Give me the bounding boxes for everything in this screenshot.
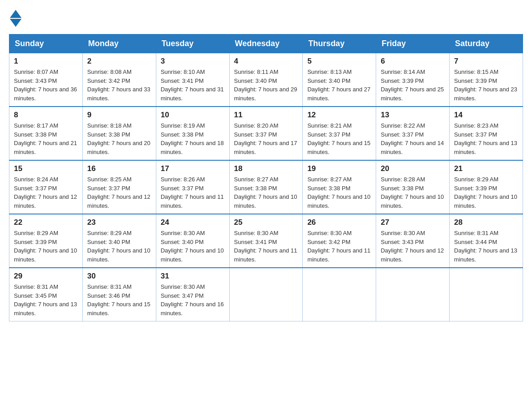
day-info: Sunrise: 8:23 AMSunset: 3:37 PMDaylight:… — [454, 122, 517, 155]
calendar-cell — [450, 268, 523, 321]
day-number: 30 — [87, 272, 151, 281]
day-info: Sunrise: 8:15 AMSunset: 3:39 PMDaylight:… — [454, 68, 517, 102]
calendar-cell: 17 Sunrise: 8:26 AMSunset: 3:37 PMDaylig… — [156, 160, 229, 214]
logo — [9, 9, 21, 27]
calendar-cell: 18 Sunrise: 8:27 AMSunset: 3:38 PMDaylig… — [229, 160, 303, 214]
day-info: Sunrise: 8:30 AMSunset: 3:43 PMDaylight:… — [381, 230, 444, 263]
day-number: 26 — [307, 218, 371, 227]
weekday-header-monday: Monday — [82, 34, 156, 53]
day-number: 29 — [14, 272, 78, 281]
calendar-cell: 2 Sunrise: 8:08 AMSunset: 3:42 PMDayligh… — [82, 53, 156, 107]
calendar-cell: 9 Sunrise: 8:18 AMSunset: 3:38 PMDayligh… — [82, 107, 156, 160]
calendar-cell — [229, 268, 303, 321]
day-number: 7 — [454, 57, 518, 66]
header — [9, 9, 523, 27]
day-info: Sunrise: 8:26 AMSunset: 3:37 PMDaylight:… — [161, 176, 224, 209]
weekday-header-saturday: Saturday — [450, 34, 523, 53]
calendar-cell: 3 Sunrise: 8:10 AMSunset: 3:41 PMDayligh… — [156, 53, 229, 107]
calendar-cell: 6 Sunrise: 8:14 AMSunset: 3:39 PMDayligh… — [376, 53, 450, 107]
day-info: Sunrise: 8:22 AMSunset: 3:37 PMDaylight:… — [381, 122, 444, 155]
calendar-cell: 21 Sunrise: 8:29 AMSunset: 3:39 PMDaylig… — [450, 160, 523, 214]
calendar-cell: 15 Sunrise: 8:24 AMSunset: 3:37 PMDaylig… — [9, 160, 83, 214]
day-info: Sunrise: 8:25 AMSunset: 3:37 PMDaylight:… — [87, 176, 150, 209]
day-number: 31 — [161, 272, 225, 281]
day-number: 1 — [14, 57, 78, 66]
day-info: Sunrise: 8:17 AMSunset: 3:38 PMDaylight:… — [14, 122, 77, 155]
day-info: Sunrise: 8:31 AMSunset: 3:45 PMDaylight:… — [14, 283, 77, 317]
day-info: Sunrise: 8:20 AMSunset: 3:37 PMDaylight:… — [234, 122, 297, 155]
day-info: Sunrise: 8:30 AMSunset: 3:42 PMDaylight:… — [307, 230, 370, 263]
day-number: 10 — [161, 111, 225, 120]
day-number: 20 — [381, 164, 445, 173]
calendar-cell: 7 Sunrise: 8:15 AMSunset: 3:39 PMDayligh… — [450, 53, 523, 107]
day-info: Sunrise: 8:11 AMSunset: 3:40 PMDaylight:… — [234, 68, 297, 102]
day-info: Sunrise: 8:10 AMSunset: 3:41 PMDaylight:… — [161, 68, 224, 102]
day-info: Sunrise: 8:18 AMSunset: 3:38 PMDaylight:… — [87, 122, 150, 155]
weekday-header-row: SundayMondayTuesdayWednesdayThursdayFrid… — [9, 34, 523, 53]
day-info: Sunrise: 8:28 AMSunset: 3:38 PMDaylight:… — [381, 176, 444, 209]
calendar-cell: 10 Sunrise: 8:19 AMSunset: 3:38 PMDaylig… — [156, 107, 229, 160]
day-info: Sunrise: 8:24 AMSunset: 3:37 PMDaylight:… — [14, 176, 77, 209]
day-info: Sunrise: 8:30 AMSunset: 3:40 PMDaylight:… — [161, 230, 224, 263]
day-info: Sunrise: 8:31 AMSunset: 3:46 PMDaylight:… — [87, 283, 150, 317]
day-info: Sunrise: 8:30 AMSunset: 3:41 PMDaylight:… — [234, 230, 297, 263]
calendar-cell: 25 Sunrise: 8:30 AMSunset: 3:41 PMDaylig… — [229, 214, 303, 268]
day-number: 15 — [14, 164, 78, 173]
day-info: Sunrise: 8:29 AMSunset: 3:40 PMDaylight:… — [87, 230, 150, 263]
calendar-cell: 26 Sunrise: 8:30 AMSunset: 3:42 PMDaylig… — [303, 214, 376, 268]
day-number: 24 — [161, 218, 225, 227]
day-info: Sunrise: 8:13 AMSunset: 3:40 PMDaylight:… — [307, 68, 370, 102]
calendar-cell — [303, 268, 376, 321]
day-number: 14 — [454, 111, 518, 120]
day-info: Sunrise: 8:14 AMSunset: 3:39 PMDaylight:… — [381, 68, 444, 102]
day-number: 28 — [454, 218, 518, 227]
week-row-5: 29 Sunrise: 8:31 AMSunset: 3:45 PMDaylig… — [9, 268, 523, 321]
calendar-cell: 30 Sunrise: 8:31 AMSunset: 3:46 PMDaylig… — [82, 268, 156, 321]
weekday-header-tuesday: Tuesday — [156, 34, 229, 53]
calendar-cell: 31 Sunrise: 8:30 AMSunset: 3:47 PMDaylig… — [156, 268, 229, 321]
day-number: 3 — [161, 57, 225, 66]
day-number: 6 — [381, 57, 445, 66]
day-number: 23 — [87, 218, 151, 227]
calendar-cell: 19 Sunrise: 8:27 AMSunset: 3:38 PMDaylig… — [303, 160, 376, 214]
day-info: Sunrise: 8:31 AMSunset: 3:44 PMDaylight:… — [454, 230, 517, 263]
calendar-cell: 24 Sunrise: 8:30 AMSunset: 3:40 PMDaylig… — [156, 214, 229, 268]
calendar-cell: 29 Sunrise: 8:31 AMSunset: 3:45 PMDaylig… — [9, 268, 83, 321]
calendar-cell — [376, 268, 450, 321]
calendar-cell: 28 Sunrise: 8:31 AMSunset: 3:44 PMDaylig… — [450, 214, 523, 268]
day-number: 2 — [87, 57, 151, 66]
calendar-cell: 8 Sunrise: 8:17 AMSunset: 3:38 PMDayligh… — [9, 107, 83, 160]
day-number: 17 — [161, 164, 225, 173]
day-number: 25 — [234, 218, 298, 227]
calendar-cell: 16 Sunrise: 8:25 AMSunset: 3:37 PMDaylig… — [82, 160, 156, 214]
weekday-header-sunday: Sunday — [9, 34, 83, 53]
calendar-cell: 11 Sunrise: 8:20 AMSunset: 3:37 PMDaylig… — [229, 107, 303, 160]
day-number: 18 — [234, 164, 298, 173]
weekday-header-wednesday: Wednesday — [229, 34, 303, 53]
day-number: 27 — [381, 218, 445, 227]
day-number: 12 — [307, 111, 371, 120]
day-number: 13 — [381, 111, 445, 120]
day-info: Sunrise: 8:29 AMSunset: 3:39 PMDaylight:… — [454, 176, 517, 209]
calendar-cell: 13 Sunrise: 8:22 AMSunset: 3:37 PMDaylig… — [376, 107, 450, 160]
calendar-cell: 12 Sunrise: 8:21 AMSunset: 3:37 PMDaylig… — [303, 107, 376, 160]
week-row-4: 22 Sunrise: 8:29 AMSunset: 3:39 PMDaylig… — [9, 214, 523, 268]
calendar-cell: 1 Sunrise: 8:07 AMSunset: 3:43 PMDayligh… — [9, 53, 83, 107]
day-number: 11 — [234, 111, 298, 120]
day-number: 22 — [14, 218, 78, 227]
calendar-cell: 22 Sunrise: 8:29 AMSunset: 3:39 PMDaylig… — [9, 214, 83, 268]
logo-triangle-down — [10, 19, 21, 27]
day-info: Sunrise: 8:19 AMSunset: 3:38 PMDaylight:… — [161, 122, 224, 155]
day-info: Sunrise: 8:27 AMSunset: 3:38 PMDaylight:… — [307, 176, 370, 209]
day-info: Sunrise: 8:29 AMSunset: 3:39 PMDaylight:… — [14, 230, 77, 263]
week-row-3: 15 Sunrise: 8:24 AMSunset: 3:37 PMDaylig… — [9, 160, 523, 214]
day-number: 9 — [87, 111, 151, 120]
day-number: 8 — [14, 111, 78, 120]
logo-triangle-up — [10, 10, 21, 18]
day-info: Sunrise: 8:07 AMSunset: 3:43 PMDaylight:… — [14, 68, 77, 102]
day-info: Sunrise: 8:27 AMSunset: 3:38 PMDaylight:… — [234, 176, 297, 209]
day-info: Sunrise: 8:08 AMSunset: 3:42 PMDaylight:… — [87, 68, 150, 102]
day-number: 5 — [307, 57, 371, 66]
calendar-cell: 23 Sunrise: 8:29 AMSunset: 3:40 PMDaylig… — [82, 214, 156, 268]
weekday-header-friday: Friday — [376, 34, 450, 53]
